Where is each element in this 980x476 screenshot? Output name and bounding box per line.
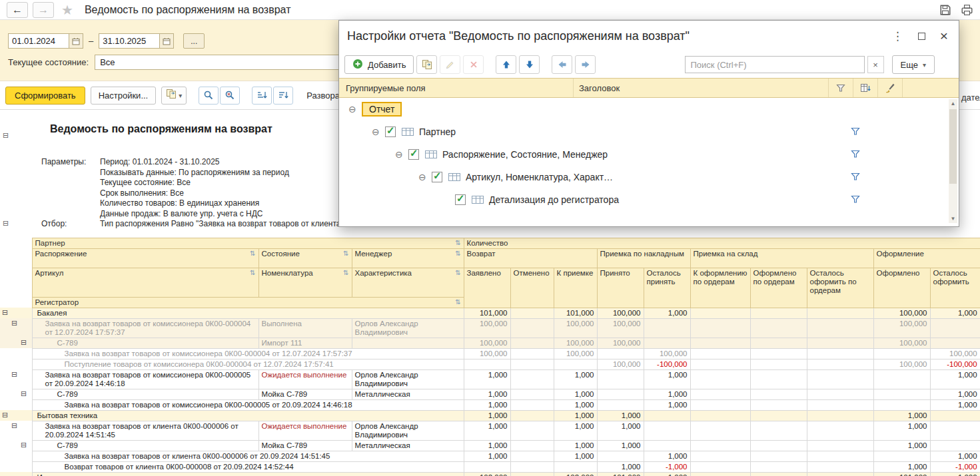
order-name-cell[interactable]: Заявка на возврат товаров от комиссионер…	[32, 318, 258, 338]
add-button[interactable]: Добавить	[344, 55, 414, 74]
header-col[interactable]: Отменено	[510, 268, 554, 308]
value-cell[interactable]: 1,000	[464, 440, 510, 451]
collapse-expander-icon[interactable]: ⊟	[11, 421, 17, 429]
value-cell[interactable]	[750, 348, 807, 359]
value-cell[interactable]	[807, 440, 873, 451]
value-cell[interactable]	[750, 440, 807, 451]
value-cell[interactable]	[597, 389, 644, 399]
registrar-cell[interactable]: Заявка на возврат товаров от комиссионер…	[32, 348, 464, 359]
value-cell[interactable]: 1,000	[464, 399, 510, 410]
value-cell[interactable]: 1,000	[597, 440, 644, 451]
header-col[interactable]: Оформлено по ордерам	[750, 268, 807, 308]
value-cell[interactable]	[690, 348, 750, 359]
value-cell[interactable]: 1,000	[873, 410, 930, 421]
sort-icon[interactable]: ⇅	[455, 269, 460, 277]
characteristic-cell[interactable]: Металлическая	[352, 440, 464, 451]
value-cell[interactable]	[807, 308, 873, 318]
article-cell[interactable]: С-789	[32, 338, 258, 348]
generate-button[interactable]: Сформировать	[5, 87, 85, 105]
collapse-expander-icon[interactable]: ⊟	[3, 131, 9, 140]
order-row[interactable]: ⊟Заявка на возврат товаров от комиссионе…	[0, 369, 980, 389]
value-cell[interactable]	[750, 451, 807, 461]
maximize-icon[interactable]	[918, 33, 925, 40]
value-cell[interactable]	[750, 318, 807, 338]
move-right-icon[interactable]	[575, 55, 596, 74]
value-cell[interactable]	[750, 472, 807, 476]
value-cell[interactable]	[807, 359, 873, 369]
state-cell[interactable]: Выполнена	[258, 318, 352, 338]
collapse-expander-icon[interactable]: ⊖	[418, 172, 432, 182]
value-cell[interactable]: 101,000	[597, 472, 644, 476]
sort-icon[interactable]: ⇅	[343, 250, 348, 258]
value-cell[interactable]	[807, 369, 873, 389]
value-cell[interactable]	[690, 410, 750, 421]
value-cell[interactable]: 101,000	[554, 308, 597, 318]
value-cell[interactable]	[510, 410, 554, 421]
registrar-cell[interactable]: Заявка на возврат товаров от комиссионер…	[32, 399, 464, 410]
sort-icon[interactable]: ⇅	[343, 269, 348, 277]
value-cell[interactable]: 1,000	[930, 472, 980, 476]
value-cell[interactable]	[750, 359, 807, 369]
move-up-icon[interactable]	[496, 55, 516, 74]
value-cell[interactable]	[930, 318, 980, 338]
header-receipt-invoices-group[interactable]: Приемка по накладным	[597, 248, 690, 268]
value-cell[interactable]: 1,000	[873, 440, 930, 451]
value-cell[interactable]	[644, 410, 690, 421]
collapse-expander-icon[interactable]: ⊟	[2, 308, 8, 316]
collapse-expander-icon[interactable]: ⊖	[372, 126, 385, 137]
value-cell[interactable]	[690, 472, 750, 476]
value-cell[interactable]	[807, 389, 873, 399]
search-input[interactable]	[685, 56, 865, 73]
value-cell[interactable]: 1,000	[554, 369, 597, 389]
value-cell[interactable]	[750, 338, 807, 348]
value-cell[interactable]	[750, 421, 807, 440]
collapse-expander-icon[interactable]: ⊟	[21, 338, 27, 346]
header-col[interactable]: Заявлено	[464, 268, 510, 308]
value-cell[interactable]	[510, 369, 554, 389]
value-cell[interactable]: 100,000	[464, 338, 510, 348]
calendar-icon[interactable]	[69, 33, 83, 49]
header-partner[interactable]: ⇅Партнер	[32, 238, 464, 248]
registrar-cell[interactable]: Поступление товаров от комиссионера 0К00…	[32, 359, 464, 369]
value-cell[interactable]	[690, 421, 750, 440]
item-row[interactable]: ⊟С-789Мойка С-789Металлическая1,0001,000…	[0, 440, 980, 451]
save-icon[interactable]	[939, 4, 951, 16]
header-order[interactable]: ⇅Распоряжение	[32, 248, 258, 268]
forward-icon[interactable]: →	[33, 2, 54, 18]
scroll-up-icon[interactable]: ▲	[949, 101, 957, 107]
reg-row[interactable]: Заявка на возврат товаров от комиссионер…	[0, 348, 980, 359]
clear-search-icon[interactable]: ×	[867, 56, 884, 73]
value-cell[interactable]	[807, 461, 873, 472]
value-cell[interactable]: 1,000	[644, 399, 690, 410]
settings-button[interactable]: Настройки...	[91, 87, 157, 105]
value-cell[interactable]: 100,000	[464, 318, 510, 338]
reg-row[interactable]: Возврат товаров от клиента 0К00-000008 о…	[0, 461, 980, 472]
collapse-expander-icon[interactable]: ⊟	[21, 441, 27, 449]
reg-row[interactable]: Заявка на возврат товаров от клиента 0К0…	[0, 451, 980, 461]
value-cell[interactable]: 101,000	[873, 472, 930, 476]
value-cell[interactable]: 100,000	[873, 318, 930, 338]
value-cell[interactable]	[750, 410, 807, 421]
filter-icon[interactable]	[851, 150, 860, 158]
header-receipt-warehouse-group[interactable]: Приемка на склад	[690, 248, 873, 268]
value-cell[interactable]: 101,000	[464, 308, 510, 318]
value-cell[interactable]	[930, 440, 980, 451]
header-return-group[interactable]: Возврат	[464, 248, 597, 268]
close-icon[interactable]: ×	[940, 31, 948, 41]
value-cell[interactable]: 1,000	[554, 440, 597, 451]
value-cell[interactable]	[807, 348, 873, 359]
item-row[interactable]: ⊟С-789Импорт 111100,000100,000100,000100…	[0, 338, 980, 348]
value-cell[interactable]: 102,000	[464, 472, 510, 476]
value-cell[interactable]	[510, 308, 554, 318]
value-cell[interactable]: 1,000	[930, 369, 980, 389]
filter-icon[interactable]	[829, 79, 853, 97]
value-cell[interactable]: 1,000	[644, 369, 690, 389]
item-row[interactable]: ⊟С-789Мойка С-789Металлическая1,0001,000…	[0, 389, 980, 399]
value-cell[interactable]	[873, 369, 930, 389]
filter-icon[interactable]	[851, 172, 860, 181]
value-cell[interactable]: -100,000	[930, 359, 980, 369]
value-cell[interactable]: 1,000	[873, 421, 930, 440]
article-cell[interactable]: С-789	[32, 440, 258, 451]
collapse-expander-icon[interactable]: ⊟	[11, 370, 17, 378]
move-down-icon[interactable]	[519, 55, 540, 74]
